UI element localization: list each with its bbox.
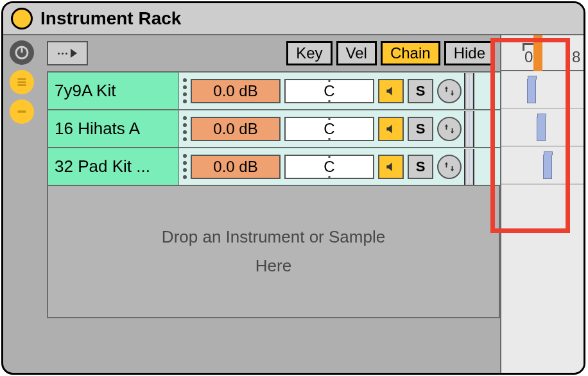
- play-icon: [71, 49, 77, 58]
- meter: [464, 73, 474, 109]
- chain-activator[interactable]: [378, 79, 404, 103]
- velocity-zone-button[interactable]: Vel: [336, 41, 377, 65]
- chain-name[interactable]: 32 Pad Kit ...: [48, 148, 179, 185]
- pan-value: C: [321, 82, 337, 100]
- device-sidebar: [3, 35, 40, 373]
- hide-button[interactable]: Hide: [444, 41, 495, 65]
- macro-icon: [14, 45, 30, 60]
- auto-select-icon: [58, 53, 67, 55]
- device-on-off-button[interactable]: [11, 8, 33, 30]
- swap-icon: [442, 122, 456, 136]
- chain-list-button[interactable]: [10, 70, 34, 94]
- pan-value: C: [321, 158, 337, 176]
- swap-icon: [442, 84, 456, 98]
- zone-ruler[interactable]: 0 8: [501, 35, 584, 71]
- ruler-tick-0: 0: [524, 48, 533, 66]
- chain-name[interactable]: 16 Hihats A: [48, 110, 179, 147]
- solo-button[interactable]: S: [408, 155, 433, 179]
- volume-field[interactable]: 0.0 dB: [191, 117, 281, 141]
- speaker-icon: [385, 160, 397, 173]
- pan-value: C: [321, 120, 337, 138]
- chain-list: 7y9A Kit 0.0 dB C S 16 Hihats A 0.0 dB C…: [47, 71, 500, 186]
- zone-row-1[interactable]: [501, 109, 584, 147]
- speaker-icon: [385, 85, 397, 98]
- chain-selector[interactable]: [533, 35, 542, 71]
- chain-row-1[interactable]: 16 Hihats A 0.0 dB C S: [47, 110, 500, 148]
- drag-handle[interactable]: [179, 110, 191, 147]
- list-icon: [15, 75, 29, 89]
- swap-icon: [442, 160, 456, 174]
- hot-swap-button[interactable]: [437, 117, 462, 141]
- speaker-icon: [385, 123, 397, 135]
- chain-select-zone-editor: 0 8: [500, 35, 584, 373]
- auto-select-button[interactable]: [47, 41, 88, 65]
- chain-name[interactable]: 7y9A Kit: [48, 73, 179, 109]
- pan-field[interactable]: C: [284, 155, 374, 179]
- volume-field[interactable]: 0.0 dB: [191, 155, 281, 179]
- drop-zone-text-1: Drop an Instrument or Sample: [162, 227, 385, 247]
- drag-handle[interactable]: [179, 73, 191, 109]
- zone-range-2[interactable]: [543, 155, 552, 179]
- zone-range-1[interactable]: [537, 117, 546, 141]
- pan-field[interactable]: C: [284, 79, 374, 103]
- drag-handle[interactable]: [179, 148, 191, 185]
- drop-zone-text-2: Here: [255, 256, 291, 276]
- meter: [464, 149, 474, 185]
- volume-field[interactable]: 0.0 dB: [191, 79, 281, 103]
- zone-row-0[interactable]: [501, 71, 584, 109]
- ruler-tick-8: 8: [572, 48, 580, 66]
- device-title-bar: Instrument Rack: [3, 3, 584, 35]
- devices-button[interactable]: [10, 99, 34, 124]
- hot-swap-button[interactable]: [437, 79, 462, 103]
- meter: [464, 111, 474, 147]
- hot-swap-button[interactable]: [437, 155, 462, 179]
- drop-zone[interactable]: Drop an Instrument or Sample Here: [47, 186, 500, 318]
- pan-field[interactable]: C: [284, 117, 374, 141]
- chain-row-0[interactable]: 7y9A Kit 0.0 dB C S: [47, 73, 500, 110]
- minus-icon: [15, 105, 29, 119]
- key-zone-button[interactable]: Key: [286, 41, 332, 65]
- chain-activator[interactable]: [378, 117, 404, 141]
- zone-row-2[interactable]: [501, 147, 584, 185]
- solo-button[interactable]: S: [408, 117, 433, 141]
- solo-button[interactable]: S: [408, 79, 433, 103]
- chain-header-row: Key Vel Chain Hide: [47, 42, 500, 71]
- chain-activator[interactable]: [378, 155, 404, 179]
- instrument-rack-device: Instrument Rack Key Vel Chai: [1, 1, 585, 375]
- zone-range-0[interactable]: [527, 79, 536, 103]
- device-title: Instrument Rack: [40, 8, 181, 29]
- chain-select-button[interactable]: Chain: [381, 41, 440, 65]
- macro-controls-button[interactable]: [10, 40, 34, 65]
- chain-row-2[interactable]: 32 Pad Kit ... 0.0 dB C S: [47, 148, 500, 186]
